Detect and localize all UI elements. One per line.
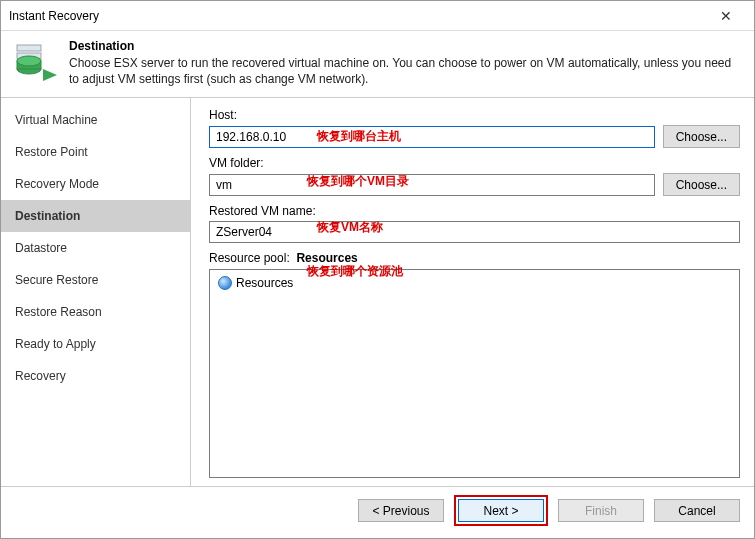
restored-name-label: Restored VM name: <box>209 204 740 218</box>
svg-marker-5 <box>43 69 57 81</box>
vmfolder-choose-button[interactable]: Choose... <box>663 173 740 196</box>
sidebar-item-ready-to-apply[interactable]: Ready to Apply <box>1 328 190 360</box>
sidebar-item-virtual-machine[interactable]: Virtual Machine <box>1 104 190 136</box>
wizard-steps-sidebar: Virtual Machine Restore Point Recovery M… <box>1 98 191 486</box>
host-label: Host: <box>209 108 740 122</box>
close-icon[interactable]: ✕ <box>706 8 746 24</box>
resource-pool-value: Resources <box>296 251 357 265</box>
vmfolder-input[interactable] <box>209 174 655 196</box>
header-title: Destination <box>69 39 742 53</box>
svg-rect-0 <box>17 45 41 51</box>
sidebar-item-recovery-mode[interactable]: Recovery Mode <box>1 168 190 200</box>
next-button-highlight: Next > <box>454 495 548 526</box>
finish-button: Finish <box>558 499 644 522</box>
host-input[interactable] <box>209 126 655 148</box>
resource-pool-tree[interactable]: Resources <box>209 269 740 478</box>
vmfolder-label: VM folder: <box>209 156 740 170</box>
wizard-header: Destination Choose ESX server to run the… <box>1 31 754 98</box>
sidebar-item-datastore[interactable]: Datastore <box>1 232 190 264</box>
svg-point-4 <box>17 56 41 66</box>
window-title: Instant Recovery <box>9 9 706 23</box>
restored-name-input[interactable] <box>209 221 740 243</box>
sidebar-item-restore-reason[interactable]: Restore Reason <box>1 296 190 328</box>
resource-pool-label-row: Resource pool: Resources <box>209 251 740 265</box>
resource-pool-label: Resource pool: <box>209 251 290 265</box>
previous-button[interactable]: < Previous <box>358 499 444 522</box>
sidebar-item-destination[interactable]: Destination <box>1 200 190 232</box>
sidebar-item-secure-restore[interactable]: Secure Restore <box>1 264 190 296</box>
sidebar-item-recovery[interactable]: Recovery <box>1 360 190 392</box>
title-bar: Instant Recovery ✕ <box>1 1 754 31</box>
sidebar-item-restore-point[interactable]: Restore Point <box>1 136 190 168</box>
header-description: Choose ESX server to run the recovered v… <box>69 55 742 87</box>
destination-icon <box>13 39 57 83</box>
next-button[interactable]: Next > <box>458 499 544 522</box>
wizard-footer: < Previous Next > Finish Cancel <box>1 486 754 534</box>
tree-node-resources[interactable]: Resources <box>218 276 731 290</box>
resource-pool-icon <box>218 276 232 290</box>
cancel-button[interactable]: Cancel <box>654 499 740 522</box>
tree-node-label: Resources <box>236 276 293 290</box>
host-choose-button[interactable]: Choose... <box>663 125 740 148</box>
